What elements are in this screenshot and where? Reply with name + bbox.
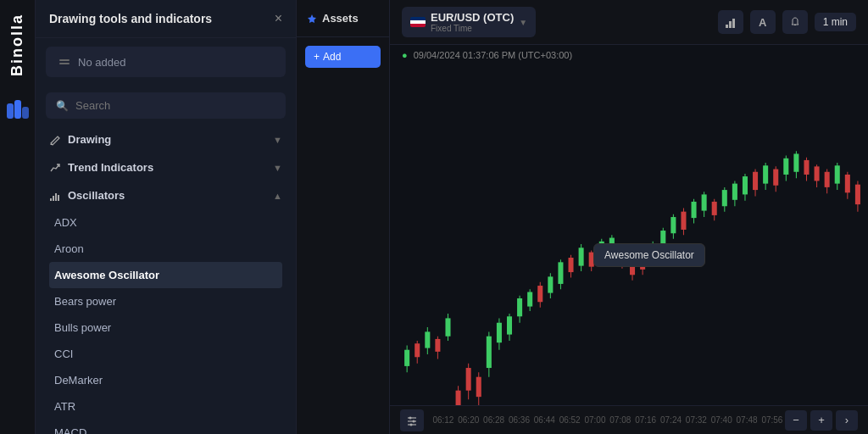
svg-rect-68 [681,212,686,230]
svg-rect-76 [722,190,727,206]
svg-rect-80 [743,176,748,194]
add-label: Add [323,51,341,63]
svg-rect-62 [650,244,655,260]
panel-title: Drawing tools and indicators [49,12,212,25]
svg-rect-86 [773,170,778,186]
svg-rect-46 [568,258,573,272]
svg-rect-4 [59,63,70,64]
svg-rect-42 [548,276,553,292]
asset-type: Fixed Time [431,24,514,33]
svg-rect-20 [435,339,440,352]
indicator-item-atr[interactable]: ATR [49,393,282,420]
oscillators-row[interactable]: Oscillators ▲ [46,181,286,209]
no-added-box: No added [46,47,286,77]
svg-rect-11 [729,21,732,28]
time-label-10: 07:32 [686,415,707,425]
timeframe-button[interactable]: 1 min [815,13,856,31]
svg-rect-60 [640,255,645,270]
svg-rect-8 [58,195,59,201]
chart-bottom-bar: 06:12 06:20 06:28 06:36 06:44 06:52 07:0… [390,405,868,434]
svg-rect-44 [558,262,563,284]
text-tool-button[interactable]: A [750,10,776,34]
svg-rect-22 [445,318,450,336]
indicator-item-bulls-power[interactable]: Bulls power [49,314,282,341]
drawing-chevron: ▼ [273,135,282,145]
time-label-2: 06:28 [483,415,504,425]
time-label-12: 07:48 [737,415,758,425]
assets-panel: Assets + Add [297,0,390,434]
trend-indicators-row[interactable]: Trend Indicators ▼ [46,153,286,181]
chart-canvas: Awesome Oscillator 06:12 06:20 06:28 06:… [390,65,868,434]
asset-selector[interactable]: EUR/USD (OTC) Fixed Time ▼ [402,7,536,37]
scroll-right-button[interactable]: › [836,410,858,431]
search-box[interactable]: 🔍 [46,92,286,119]
svg-rect-90 [793,153,798,171]
assets-title: Assets [322,12,359,25]
svg-rect-6 [53,196,54,201]
svg-point-108 [410,423,413,426]
asset-dropdown-icon: ▼ [519,18,527,27]
asset-name: EUR/USD (OTC) [431,11,514,24]
svg-rect-82 [753,172,758,190]
add-asset-button[interactable]: + Add [305,46,381,68]
drawing-icon [49,134,61,146]
time-label-6: 07:00 [584,415,605,425]
svg-rect-1 [14,100,21,119]
assets-header: Assets [297,0,389,37]
svg-rect-48 [579,248,584,265]
drawing-section-row[interactable]: Drawing ▼ [46,125,286,153]
svg-rect-64 [660,231,665,248]
drawing-tools-panel: Drawing tools and indicators × No added … [36,0,297,434]
svg-rect-10 [726,25,728,28]
svg-rect-100 [845,175,850,192]
svg-rect-70 [692,202,697,218]
drawing-label: Drawing [68,133,111,146]
time-label-13: 07:56 [761,415,782,425]
alert-button[interactable] [782,10,808,34]
time-label-9: 07:24 [660,415,682,425]
svg-rect-7 [55,193,57,201]
price-chart [390,65,868,409]
zoom-out-button[interactable]: − [785,410,807,431]
search-input[interactable] [75,99,275,112]
svg-rect-88 [783,159,788,175]
indicator-item-macd[interactable]: MACD [49,420,282,434]
svg-point-104 [409,416,412,419]
svg-rect-98 [835,165,840,183]
oscillator-list: ADX Aroon Awesome Oscillator Bears power… [46,209,286,434]
svg-rect-78 [732,184,737,200]
indicator-item-demarker[interactable]: DeMarker [49,367,282,393]
zoom-controls: − + › [785,410,858,431]
add-icon: + [314,51,320,63]
indicator-item-awesome-oscillator[interactable]: Awesome Oscillator [49,262,282,288]
indicator-item-bears-power[interactable]: Bears power [49,288,282,314]
svg-rect-0 [7,103,14,119]
chart-settings-button[interactable] [400,409,424,431]
svg-rect-96 [825,172,830,187]
svg-rect-30 [487,337,492,368]
time-label-11: 07:40 [711,415,732,425]
svg-rect-36 [517,298,522,316]
star-icon [307,14,317,24]
time-label-8: 07:16 [635,415,656,425]
svg-rect-102 [855,185,860,204]
svg-rect-3 [59,59,70,61]
brand-name: Binolla [8,14,26,76]
svg-rect-18 [425,331,430,348]
indicator-item-cci[interactable]: CCI [49,341,282,367]
chart-header-right: A 1 min [718,10,856,34]
chart-header-left: EUR/USD (OTC) Fixed Time ▼ [402,7,536,37]
indicator-item-adx[interactable]: ADX [49,209,282,236]
oscillators-icon [49,190,61,202]
close-button[interactable]: × [275,12,282,25]
trend-chevron: ▼ [273,163,282,173]
indicator-item-aroon[interactable]: Aroon [49,236,282,262]
svg-rect-52 [599,242,604,258]
svg-rect-66 [670,217,676,233]
indicators-toolbar-button[interactable] [718,10,743,34]
svg-rect-38 [527,292,532,307]
bell-icon [789,16,801,28]
oscillators-label: Oscillators [68,189,125,202]
zoom-in-button[interactable]: + [810,410,832,431]
timestamp-text: 09/04/2024 01:37:06 PM (UTC+03:00) [414,50,572,60]
